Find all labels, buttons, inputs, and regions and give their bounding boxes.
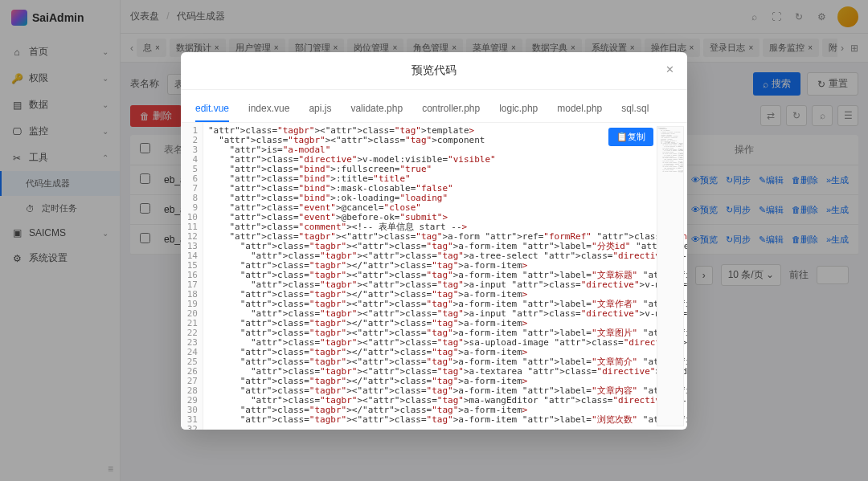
file-tab[interactable]: index.vue [248, 96, 289, 122]
file-tab[interactable]: validate.php [350, 96, 403, 122]
modal-tabs: edit.vueindex.vueapi.jsvalidate.phpcontr… [181, 90, 687, 123]
modal-title: 预览代码 [411, 63, 457, 76]
file-tab[interactable]: sql.sql [621, 96, 649, 122]
close-icon[interactable]: ✕ [665, 63, 674, 75]
line-gutter: 1234567891011121314151617181920212223242… [181, 123, 203, 430]
minimap[interactable]: <template> <component is="a-modal" v-mod… [657, 126, 684, 426]
file-tab[interactable]: api.js [309, 96, 331, 122]
file-tab[interactable]: model.php [557, 96, 602, 122]
code-editor[interactable]: 1234567891011121314151617181920212223242… [181, 123, 687, 430]
copy-button[interactable]: 📋复制 [608, 128, 653, 146]
file-tab[interactable]: controller.php [422, 96, 480, 122]
file-tab[interactable]: logic.php [499, 96, 538, 122]
modal-title-bar: 预览代码 ✕ [181, 52, 687, 90]
modal-mask[interactable]: 预览代码 ✕ edit.vueindex.vueapi.jsvalidate.p… [0, 0, 868, 481]
code-content[interactable]: "attr">class="tagbr"><"attr">class="tag"… [203, 123, 687, 430]
preview-modal: 预览代码 ✕ edit.vueindex.vueapi.jsvalidate.p… [181, 52, 687, 430]
file-tab[interactable]: edit.vue [195, 96, 229, 122]
